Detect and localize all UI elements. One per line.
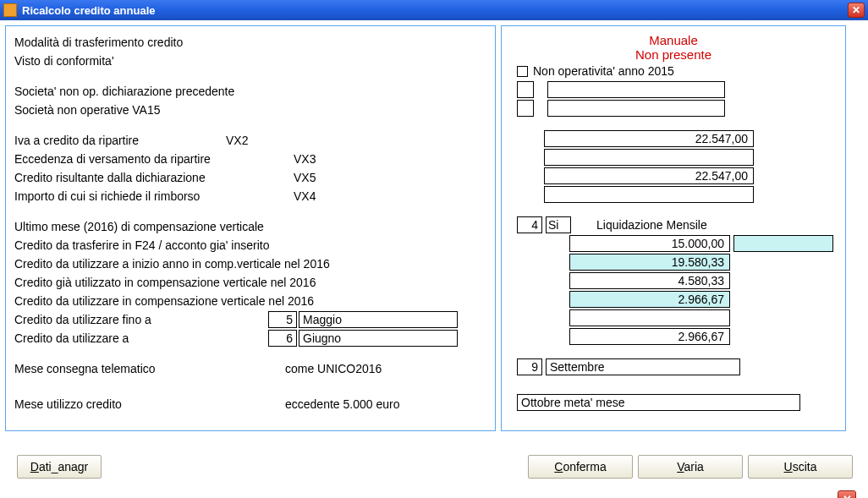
input-a-month[interactable]: Giugno (299, 330, 458, 347)
label-modalita: Modalità di trasferimento credito (14, 36, 183, 49)
label-telematico-sub: come UNICO2016 (285, 362, 382, 375)
btn-conf-rest: onferma (563, 460, 606, 473)
field-iva-credito[interactable]: 22.547,00 (544, 130, 754, 147)
bottom-close-button[interactable]: ✕ (838, 490, 856, 498)
label-iva-credito: Iva a credito da ripartire (14, 134, 226, 147)
checkbox-nonop2015[interactable] (517, 66, 528, 77)
input-a-num[interactable]: 6 (268, 330, 297, 347)
field-ultimo-num[interactable]: 4 (517, 216, 542, 233)
varia-button[interactable]: Varia (638, 455, 743, 479)
label-credito-ris: Credito risultante dalla dichiarazione (14, 171, 294, 184)
code-vx4: VX4 (294, 189, 361, 203)
field-f24-extra[interactable] (733, 235, 833, 252)
label-cred-fino-a: Credito da utilizzare fino a (14, 313, 268, 326)
label-ultimo-mese: Ultimo mese (2016) di compensazione vert… (14, 220, 264, 233)
value-non-presente: Non presente (510, 47, 837, 62)
box-soc-prec[interactable] (517, 81, 534, 98)
btn-dati-rest: ati_anagr (39, 460, 88, 473)
titlebar-close-button[interactable]: ✕ (848, 3, 865, 18)
app-icon (3, 3, 17, 17)
label-cred-f24: Credito da trasferire in F24 / acconto g… (14, 238, 270, 252)
code-vx5: VX5 (294, 171, 361, 184)
conferma-button[interactable]: Conferma (528, 455, 633, 479)
btn-varia-rest: aria (684, 460, 703, 473)
input-fino-a-month[interactable]: Maggio (299, 311, 458, 328)
label-cred-inizio: Credito da utilizzare a inizio anno in c… (14, 257, 330, 271)
field-fino-a[interactable] (569, 309, 730, 326)
label-liquidazione: Liquidazione Mensile (596, 218, 707, 232)
field-inizio[interactable]: 19.580,33 (569, 254, 730, 271)
uscita-button[interactable]: Uscita (748, 455, 853, 479)
label-cred-a: Credito da utilizzare a (14, 331, 268, 345)
btn-uscita-rest: scita (793, 460, 817, 473)
code-vx3: VX3 (294, 152, 361, 166)
box-soc-va15[interactable] (517, 100, 534, 117)
field-mese-util[interactable]: Ottobre meta' mese (517, 394, 800, 411)
label-soc-prec: Societa' non op. dichiarazione precedent… (14, 85, 234, 98)
value-manuale: Manuale (510, 33, 837, 47)
label-importo-rimb: Importo di cui si richiede il rimborso (14, 189, 294, 203)
titlebar: Ricalcolo credito annuale ✕ (0, 0, 868, 20)
field-ultimo-si[interactable]: Si (546, 216, 571, 233)
field-credito-ris[interactable]: 22.547,00 (544, 167, 754, 184)
window-title: Ricalcolo credito annuale (22, 4, 156, 17)
main-window: Ricalcolo credito annuale ✕ Modalità di … (0, 0, 868, 498)
field-gia[interactable]: 4.580,33 (569, 272, 730, 289)
label-mese-util: Mese utilizzo credito (14, 397, 285, 411)
label-mese-util-sub: eccedente 5.000 euro (285, 397, 399, 411)
code-vx2: VX2 (226, 134, 294, 147)
right-panel: Manuale Non presente Non operativita' an… (501, 25, 846, 431)
label-visto: Visto di conformita' (14, 54, 114, 68)
input-fino-a-num[interactable]: 5 (268, 311, 297, 328)
field-soc-va15[interactable] (547, 100, 725, 117)
content-area: Modalità di trasferimento credito Visto … (0, 20, 868, 498)
field-comp[interactable]: 2.966,67 (569, 291, 730, 308)
label-cred-util-comp: Credito da utilizzare in compensazione v… (14, 294, 314, 308)
field-tel-month[interactable]: Settembre (546, 358, 740, 375)
label-cred-gia: Credito già utilizzato in compensazione … (14, 276, 316, 289)
field-f24[interactable]: 15.000,00 (569, 235, 730, 252)
field-importo-rimb[interactable] (544, 186, 754, 203)
field-tel-num[interactable]: 9 (517, 358, 542, 375)
field-eccedenza[interactable] (544, 149, 754, 166)
label-telematico: Mese consegna telematico (14, 362, 285, 375)
left-panel: Modalità di trasferimento credito Visto … (5, 25, 496, 431)
label-nonop2015: Non operativita' anno 2015 (533, 64, 674, 78)
label-soc-va15: Società non operative VA15 (14, 103, 161, 117)
field-soc-prec[interactable] (547, 81, 725, 98)
dati-anagr-button[interactable]: Dati_anagr (17, 455, 102, 479)
label-eccedenza: Eccedenza di versamento da ripartire (14, 152, 294, 166)
field-a[interactable]: 2.966,67 (569, 328, 730, 345)
